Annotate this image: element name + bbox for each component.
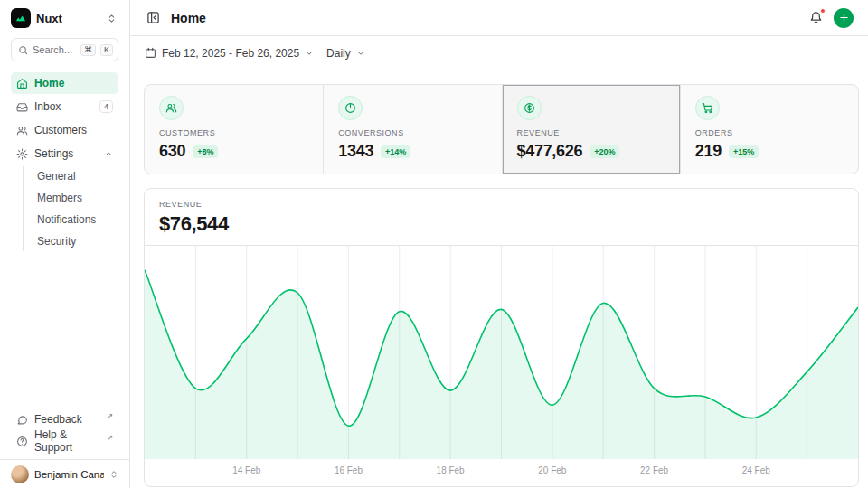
content: Customers 630 +8% Conversions 1343 +14% (130, 70, 868, 488)
stat-delta-badge: +15% (729, 145, 759, 158)
sidebar-item-label: Settings (34, 147, 98, 160)
chart-current-value: $76,544 (159, 212, 844, 236)
svg-text:16 Feb: 16 Feb (335, 465, 363, 475)
sidebar-item-inbox[interactable]: Inbox 4 (11, 96, 118, 117)
stat-label: Revenue (517, 128, 665, 137)
stat-value: $477,626 (517, 142, 583, 161)
inbox-count-badge: 4 (99, 100, 113, 113)
chart-pie-icon (338, 96, 363, 120)
settings-submenu: General Members Notifications Security (23, 166, 118, 251)
revenue-chart-svg: 14 Feb16 Feb18 Feb20 Feb22 Feb24 Feb (145, 246, 858, 486)
calendar-icon (145, 47, 156, 59)
search-placeholder: Search... (33, 44, 76, 55)
svg-text:20 Feb: 20 Feb (538, 465, 567, 475)
chevron-down-icon (356, 49, 365, 58)
main-area: Home Feb 12, 2025 - Feb 26, 2025 Daily (130, 0, 868, 488)
help-support-label: Help & Support (34, 428, 103, 454)
sidebar-item-label: Security (37, 235, 113, 248)
chart-title: Revenue (159, 200, 844, 209)
svg-text:24 Feb: 24 Feb (742, 465, 771, 475)
sidebar-item-notifications[interactable]: Notifications (32, 210, 118, 230)
cart-icon (695, 96, 720, 120)
sidebar-header: Nuxt (0, 0, 129, 36)
user-name: Benjamin Canac (34, 469, 104, 480)
sidebar-item-label: Home (34, 77, 113, 89)
home-icon (16, 78, 28, 89)
stat-delta-badge: +14% (381, 145, 410, 158)
avatar (11, 465, 29, 483)
panel-toggle-button[interactable] (145, 9, 162, 26)
sidebar-collapse-icon[interactable] (105, 12, 118, 25)
user-menu[interactable]: Benjamin Canac (0, 459, 129, 488)
kbd-k: K (100, 44, 113, 56)
sidebar-item-label: Customers (34, 124, 113, 136)
sidebar-nav: Home Inbox 4 Customers Settings General (0, 65, 129, 253)
svg-text:14 Feb: 14 Feb (232, 465, 261, 475)
help-circle-icon (16, 436, 28, 447)
feedback-label: Feedback (34, 413, 103, 426)
nuxt-logo-icon (11, 8, 31, 28)
stat-card-conversions[interactable]: Conversions 1343 +14% (323, 85, 501, 174)
kbd-cmd: ⌘ (80, 44, 96, 56)
stat-card-revenue[interactable]: Revenue $477,626 +20% (502, 85, 680, 174)
revenue-chart-card: Revenue $76,544 14 Feb16 Feb18 Feb20 Feb… (144, 188, 859, 487)
sidebar-item-general[interactable]: General (32, 166, 118, 186)
brand-name: Nuxt (36, 12, 99, 25)
app-root: Nuxt Search... ⌘ K Home Inbox 4 (0, 0, 868, 488)
sidebar-item-label: Notifications (37, 213, 113, 226)
notifications-button[interactable] (807, 9, 825, 26)
stat-value: 219 (695, 142, 722, 161)
selector-icon (109, 470, 118, 479)
page-title: Home (171, 11, 798, 25)
stat-label: Conversions (338, 128, 486, 137)
stat-value: 1343 (338, 142, 373, 161)
stat-value: 630 (159, 142, 185, 161)
sidebar-item-security[interactable]: Security (32, 231, 118, 251)
stat-card-orders[interactable]: Orders 219 +15% (680, 85, 858, 174)
date-range-label: Feb 12, 2025 - Feb 26, 2025 (162, 47, 299, 60)
granularity-label: Daily (326, 47, 351, 60)
search-icon (18, 45, 28, 55)
stats-row: Customers 630 +8% Conversions 1343 +14% (144, 84, 859, 174)
external-link-icon: ↗ (107, 412, 113, 420)
toolbar: Feb 12, 2025 - Feb 26, 2025 Daily (130, 36, 868, 70)
sidebar-item-settings[interactable]: Settings (11, 143, 118, 164)
chevron-down-icon (305, 49, 314, 58)
stat-label: Orders (695, 128, 844, 137)
sidebar-footer: Feedback ↗ Help & Support ↗ (0, 403, 129, 459)
panel-left-icon (146, 11, 160, 24)
users-icon (159, 96, 184, 120)
dollar-circle-icon (517, 96, 542, 120)
search-input[interactable]: Search... ⌘ K (11, 38, 118, 61)
plus-icon (839, 13, 849, 23)
chart-plot-area[interactable]: 14 Feb16 Feb18 Feb20 Feb22 Feb24 Feb (145, 246, 858, 486)
external-link-icon: ↗ (107, 434, 113, 442)
sidebar-item-home[interactable]: Home (11, 72, 118, 94)
svg-text:22 Feb: 22 Feb (640, 465, 669, 475)
feedback-link[interactable]: Feedback ↗ (11, 408, 118, 430)
speech-bubble-icon (16, 414, 28, 426)
chart-header: Revenue $76,544 (145, 189, 858, 246)
add-button[interactable] (834, 8, 854, 28)
sidebar: Nuxt Search... ⌘ K Home Inbox 4 (0, 0, 130, 488)
help-support-link[interactable]: Help & Support ↗ (11, 430, 118, 452)
date-range-picker[interactable]: Feb 12, 2025 - Feb 26, 2025 (145, 47, 314, 60)
sidebar-item-label: Members (37, 192, 113, 204)
users-icon (16, 125, 28, 136)
chevron-up-icon (104, 149, 113, 158)
svg-text:18 Feb: 18 Feb (437, 465, 466, 475)
granularity-select[interactable]: Daily (326, 47, 365, 60)
sidebar-item-customers[interactable]: Customers (11, 119, 118, 141)
stat-delta-badge: +20% (590, 145, 619, 158)
stat-delta-badge: +8% (193, 145, 218, 158)
sidebar-item-members[interactable]: Members (32, 188, 118, 208)
stat-card-customers[interactable]: Customers 630 +8% (145, 85, 323, 174)
stat-label: Customers (159, 128, 308, 137)
notification-dot (820, 8, 826, 14)
sidebar-item-label: General (37, 170, 113, 183)
gear-icon (16, 148, 28, 160)
top-bar: Home (130, 0, 868, 36)
inbox-icon (16, 101, 28, 113)
sidebar-item-label: Inbox (34, 100, 93, 113)
